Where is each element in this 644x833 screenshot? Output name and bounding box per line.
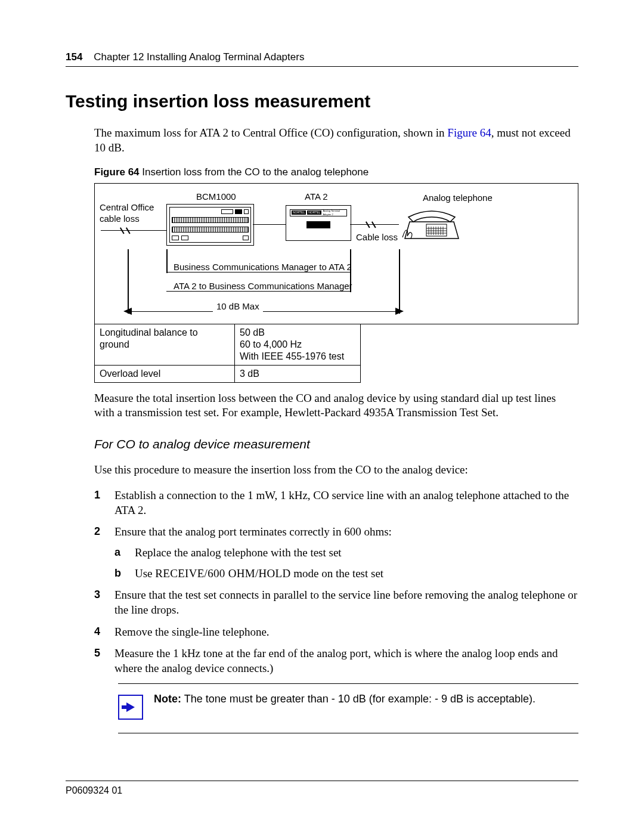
step-5: Measure the 1 kHz tone at the far end of… [94, 646, 578, 676]
footer: P0609324 01 [66, 781, 578, 797]
cable-break-icon [117, 227, 133, 235]
spec-table: Longitudinal balance to ground 50 dB 60 … [94, 324, 361, 383]
max-label: 10 dB Max [213, 301, 263, 312]
step-2b-pre: Use [135, 567, 155, 580]
svg-rect-0 [426, 224, 447, 236]
heading-1: Testing insertion loss measurement [66, 89, 578, 113]
co-loss-2: cable loss [100, 213, 140, 224]
intro-text-a: The maximum loss for ATA 2 to Central Of… [94, 126, 447, 139]
figure-diagram: BCM1000 ATA 2 Analog telephone Central O… [94, 183, 578, 324]
cable-break-icon-2 [363, 221, 379, 229]
line-max [131, 311, 397, 312]
procedure-intro: Use this procedure to measure the insert… [94, 463, 578, 478]
step-2b-mode: RECEIVE/600 OHM/HOLD [155, 567, 290, 580]
spec-r1c2: 50 dB 60 to 4,000 Hz With IEEE 455-1976 … [235, 324, 361, 365]
table-row: Overload level 3 dB [95, 365, 361, 382]
cable-loss-label: Cable loss [356, 231, 398, 243]
bcm-label: BCM1000 [196, 191, 236, 203]
co-loss-1: Central Office [100, 202, 154, 212]
step-4: Remove the single-line telephone. [94, 625, 578, 640]
page: 154 Chapter 12 Installing Analog Termina… [0, 0, 644, 833]
bcm-to-ata-label: Business Communications Manager to ATA 2 [174, 261, 352, 273]
ata-label: ATA 2 [305, 191, 328, 203]
figure-caption: Figure 64 Insertion loss from the CO to … [94, 166, 578, 179]
wire-co [101, 230, 166, 231]
step-2a: Replace the analog telephone with the te… [114, 546, 578, 561]
tick-left [128, 249, 129, 314]
step-3: Ensure that the test set connects in par… [94, 588, 578, 617]
figure-link[interactable]: Figure 64 [447, 126, 491, 139]
phone-icon [399, 202, 465, 244]
bcm-device [166, 204, 254, 246]
step-1: Establish a connection to the 1 mW, 1 kH… [94, 488, 578, 518]
co-loss-label: Central Office cable loss [100, 202, 154, 225]
note-block: Note: The tone must be greater than - 10… [118, 683, 578, 733]
spec-r2c2: 3 dB [235, 365, 361, 382]
ata-to-bcm-label: ATA 2 to Business Communications Manager [174, 280, 352, 292]
doc-number: P0609324 01 [66, 785, 122, 795]
tick-phone [399, 249, 400, 314]
paragraph-measure: Measure the total insertion loss between… [94, 391, 578, 420]
body: The maximum loss for ATA 2 to Central Of… [94, 126, 578, 733]
note-text: Note: The tone must be greater than - 10… [154, 692, 535, 706]
step-2: Ensure that the analog port terminates c… [94, 525, 578, 581]
intro-paragraph: The maximum loss for ATA 2 to Central Of… [94, 126, 578, 155]
spec-r1c2b: 60 to 4,000 Hz [240, 339, 302, 349]
substeps: Replace the analog telephone with the te… [114, 546, 578, 581]
spec-r1c2c: With IEEE 455-1976 test [240, 351, 344, 361]
spec-r1c1: Longitudinal balance to ground [95, 324, 235, 365]
ata-inner: NORTELNORTELAnalog Terminal Adapter 2 [290, 209, 347, 237]
tick-bcm-l [166, 249, 168, 273]
page-number: 154 [66, 51, 82, 63]
spec-r1c2a: 50 dB [240, 327, 265, 337]
arrow-left-icon [123, 308, 132, 315]
wire-bcm-ata [253, 224, 286, 225]
figure-number: Figure 64 [94, 166, 140, 178]
note-label: Note: [154, 693, 181, 705]
step-2b-post: mode on the test set [290, 567, 383, 580]
ata-device: NORTELNORTELAnalog Terminal Adapter 2 [286, 205, 351, 241]
arrow-right-icon [126, 702, 135, 712]
bcm-inner [169, 207, 251, 243]
table-row: Longitudinal balance to ground 50 dB 60 … [95, 324, 361, 365]
spec-r2c1: Overload level [95, 365, 235, 382]
chapter-text: Chapter 12 Installing Analog Terminal Ad… [94, 51, 304, 63]
step-2b: Use RECEIVE/600 OHM/HOLD mode on the tes… [114, 566, 578, 581]
note-icon [118, 695, 143, 720]
arrow-right-icon [395, 308, 404, 315]
steps-list: Establish a connection to the 1 mW, 1 kH… [94, 488, 578, 676]
chapter-title [85, 51, 94, 63]
note-body: The tone must be greater than - 10 dB (f… [181, 693, 535, 705]
heading-2: For CO to analog device measurement [94, 436, 578, 452]
figure-caption-text: Insertion loss from the CO to the analog… [140, 166, 369, 178]
step-2-text: Ensure that the analog port terminates c… [114, 525, 392, 538]
running-header: 154 Chapter 12 Installing Analog Termina… [66, 51, 578, 67]
